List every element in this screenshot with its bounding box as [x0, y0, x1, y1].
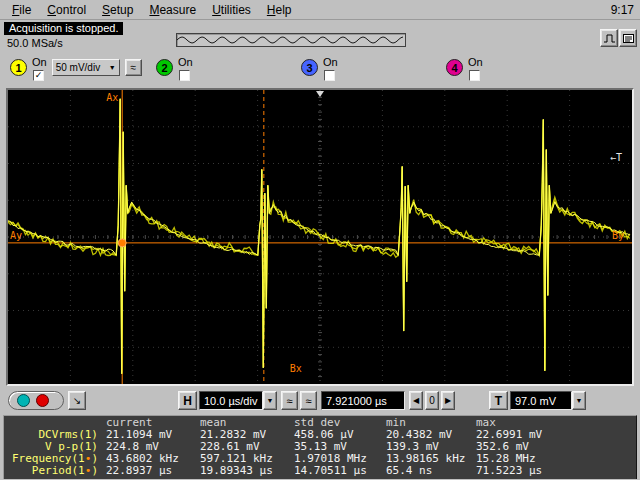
measurement-label: DCVrms(1): [4, 429, 106, 441]
channel-2-on-label: On: [178, 56, 193, 68]
chevron-down-icon: ▼: [267, 397, 274, 404]
acquisition-preview-bar[interactable]: [176, 33, 406, 47]
trigger-level-dropdown[interactable]: ▼: [572, 391, 586, 410]
measurement-row: Frequency(1•)43.6802 kHz597.121 kHz1.970…: [4, 453, 636, 465]
measurement-value: 597.121 kHz: [200, 453, 294, 465]
run-stop-group: [8, 391, 64, 410]
measurement-value: 14.70511 µs: [294, 465, 386, 477]
channel-2-badge[interactable]: 2: [156, 59, 173, 76]
menu-file[interactable]: File: [4, 1, 39, 19]
horizontal-settings-button[interactable]: H: [178, 391, 197, 410]
delay-zero-button[interactable]: 0: [425, 391, 439, 410]
measurement-label: Period(1•): [4, 465, 106, 477]
trigger-settings-button[interactable]: T: [489, 391, 508, 410]
measurement-label: Frequency(1•): [4, 453, 106, 465]
measurement-value: 352.6 mV: [476, 441, 566, 453]
measurement-panel: current mean std dev min max DCVrms(1)21…: [3, 415, 637, 479]
delay-left-button[interactable]: ◀: [409, 391, 423, 410]
measurement-row: V p-p(1)224.8 mV228.61 mV35.13 mV139.3 m…: [4, 441, 636, 453]
scope-canvas[interactable]: AxBxAyBy←T: [8, 90, 632, 384]
sine-icon: ≈: [305, 395, 311, 407]
oscilloscope-app: File Control Setup Measure Utilities Hel…: [0, 0, 640, 480]
notepad-icon: [622, 32, 635, 45]
measurement-value: 13.98165 kHz: [386, 453, 476, 465]
channel-3-group: 3 On: [301, 56, 338, 81]
timebase-scale-field[interactable]: 10.0 µs/div: [199, 391, 263, 410]
svg-text:Ax: Ax: [106, 92, 118, 103]
menu-help[interactable]: Help: [259, 1, 300, 19]
measurement-value: 43.6802 kHz: [106, 453, 200, 465]
measurement-value: 22.6991 mV: [476, 429, 566, 441]
measurement-value: 22.8937 µs: [106, 465, 200, 477]
menu-utilities[interactable]: Utilities: [204, 1, 259, 19]
menu-bar: File Control Setup Measure Utilities Hel…: [0, 0, 640, 20]
scope-display[interactable]: AxBxAyBy←T: [6, 88, 634, 386]
measurement-value: 71.5223 µs: [476, 465, 566, 477]
timebase-scale-dropdown[interactable]: ▼: [263, 391, 277, 410]
pulse-icon: [603, 32, 616, 45]
channel-3-badge[interactable]: 3: [301, 59, 318, 76]
channel-1-on-label: On: [32, 56, 47, 68]
measurement-value: 139.3 mV: [386, 441, 476, 453]
trigger-level-field[interactable]: 97.0 mV: [510, 391, 572, 410]
horizontal-zoom-button[interactable]: ≈: [281, 391, 298, 410]
measurement-value: 224.8 mV: [106, 441, 200, 453]
menu-measure[interactable]: Measure: [141, 1, 204, 19]
channel-1-checkbox[interactable]: ✓: [33, 70, 44, 81]
sine-icon: ≈: [286, 395, 292, 407]
channel-1-coupling-button[interactable]: ≈: [125, 59, 142, 76]
marker-tool-button[interactable]: ↘: [68, 391, 86, 410]
pointer-arrow-icon: ↘: [73, 395, 81, 406]
col-header-min: min: [386, 417, 476, 429]
delay-right-button[interactable]: ▶: [441, 391, 455, 410]
channel-1-scale-value: 50 mV/div: [56, 62, 100, 73]
measurement-value: 35.13 mV: [294, 441, 386, 453]
channel-4-checkbox[interactable]: [469, 70, 480, 81]
menu-control[interactable]: Control: [39, 1, 94, 19]
channel-4-on-label: On: [468, 56, 483, 68]
right-arrow-icon: ▶: [445, 396, 451, 405]
col-header-std-dev: std dev: [294, 417, 386, 429]
measurement-header-row: current mean std dev min max: [4, 417, 636, 429]
horizontal-delayed-button[interactable]: ≈: [300, 391, 317, 410]
left-arrow-icon: ◀: [413, 396, 419, 405]
col-header-current: current: [106, 417, 200, 429]
delay-field[interactable]: 7.921000 µs: [321, 391, 405, 410]
preview-sine-icon: [177, 34, 405, 46]
channel-4-group: 4 On: [446, 56, 483, 81]
acquisition-status: Acquisition is stopped.: [4, 22, 123, 35]
svg-text:Bx: Bx: [290, 363, 302, 374]
bottom-control-bar: ↘ H 10.0 µs/div ▼ ≈ ≈ 7.921000 µs ◀ 0 ▶ …: [0, 389, 640, 414]
channel-3-checkbox[interactable]: [324, 70, 335, 81]
channel-2-group: 2 On: [156, 56, 193, 81]
svg-text:←T: ←T: [610, 152, 622, 163]
preview-sine-path: [177, 37, 403, 43]
channel-3-on-label: On: [323, 56, 338, 68]
measurement-rows: DCVrms(1)21.1094 mV21.2832 mV458.06 µV20…: [4, 429, 636, 477]
measurement-label: V p-p(1): [4, 441, 106, 453]
pulse-panel-button[interactable]: [600, 29, 618, 47]
measurement-value: 1.97018 MHz: [294, 453, 386, 465]
channel-4-badge[interactable]: 4: [446, 59, 463, 76]
channel-1-badge[interactable]: 1: [10, 59, 27, 76]
channel-1-scale-select[interactable]: 50 mV/div ▼: [52, 59, 120, 76]
measurement-value: 19.89343 µs: [200, 465, 294, 477]
measurement-value: 65.4 ns: [386, 465, 476, 477]
measurement-value: 21.2832 mV: [200, 429, 294, 441]
sine-icon: ≈: [130, 62, 136, 73]
clock: 9:17: [611, 3, 640, 17]
channel-1-group: 1 On ✓ 50 mV/div ▼ ≈: [10, 56, 142, 81]
measurement-row: Period(1•)22.8937 µs19.89343 µs14.70511 …: [4, 465, 636, 477]
chevron-down-icon: ▼: [576, 397, 583, 404]
stop-button[interactable]: [36, 394, 49, 407]
notepad-panel-button[interactable]: [619, 29, 637, 47]
measurement-value: 458.06 µV: [294, 429, 386, 441]
run-button[interactable]: [17, 394, 30, 407]
menu-setup[interactable]: Setup: [94, 1, 141, 19]
measurement-value: 21.1094 mV: [106, 429, 200, 441]
measurement-value: 20.4382 mV: [386, 429, 476, 441]
channel-2-checkbox[interactable]: [179, 70, 190, 81]
measurement-value: 15.28 MHz: [476, 453, 566, 465]
svg-text:By: By: [612, 230, 624, 241]
measurement-row: DCVrms(1)21.1094 mV21.2832 mV458.06 µV20…: [4, 429, 636, 441]
